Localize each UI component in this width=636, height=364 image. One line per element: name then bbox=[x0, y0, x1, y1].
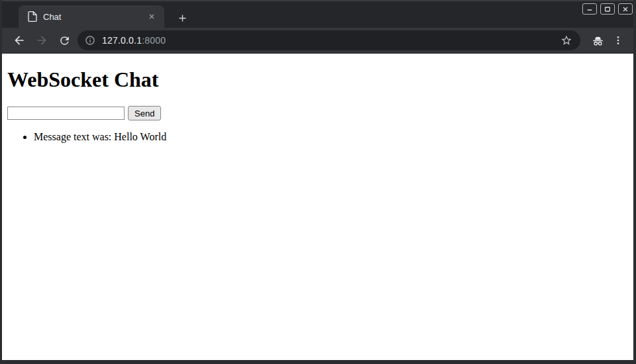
star-icon bbox=[560, 34, 572, 46]
incognito-badge bbox=[587, 30, 608, 51]
close-icon bbox=[621, 5, 629, 13]
reload-icon bbox=[58, 34, 71, 47]
bookmark-button[interactable] bbox=[560, 34, 572, 46]
message-input[interactable] bbox=[7, 107, 125, 120]
forward-arrow-icon bbox=[35, 34, 48, 47]
maximize-icon bbox=[604, 5, 611, 13]
back-button[interactable] bbox=[8, 29, 30, 52]
minimize-button[interactable] bbox=[582, 3, 597, 15]
tab-chat[interactable]: Chat bbox=[19, 5, 164, 28]
info-icon bbox=[85, 35, 95, 46]
send-button[interactable]: Send bbox=[128, 106, 161, 120]
url-host: 127.0.0.1 bbox=[102, 35, 142, 46]
browser-toolbar: 127.0.0.1:8000 bbox=[2, 28, 633, 54]
tab-strip: Chat bbox=[2, 0, 633, 28]
browser-window: Chat bbox=[0, 0, 636, 364]
window-controls bbox=[582, 3, 633, 15]
browser-menu-button[interactable] bbox=[608, 30, 628, 51]
close-window-button[interactable] bbox=[618, 3, 633, 15]
incognito-icon bbox=[591, 34, 605, 48]
document-icon bbox=[28, 11, 37, 22]
forward-button[interactable] bbox=[30, 29, 53, 52]
tab-close-button[interactable] bbox=[146, 11, 158, 23]
back-arrow-icon bbox=[13, 34, 26, 47]
url-port: :8000 bbox=[142, 35, 166, 46]
reload-button[interactable] bbox=[53, 29, 76, 52]
maximize-button[interactable] bbox=[600, 3, 615, 15]
new-tab-button[interactable] bbox=[173, 9, 191, 27]
address-bar[interactable]: 127.0.0.1:8000 bbox=[78, 30, 580, 50]
close-icon bbox=[148, 13, 156, 21]
message-item: Message text was: Hello World bbox=[34, 131, 628, 144]
tab-title: Chat bbox=[43, 12, 146, 22]
plus-icon bbox=[178, 13, 187, 23]
messages-list: Message text was: Hello World bbox=[7, 131, 628, 144]
site-info-button[interactable] bbox=[85, 35, 95, 46]
minimize-icon bbox=[586, 5, 594, 13]
kebab-menu-icon bbox=[613, 35, 623, 46]
message-form: Send bbox=[7, 106, 628, 120]
page-title: WebSocket Chat bbox=[7, 68, 628, 92]
page-content: WebSocket Chat Send Message text was: He… bbox=[2, 54, 633, 360]
